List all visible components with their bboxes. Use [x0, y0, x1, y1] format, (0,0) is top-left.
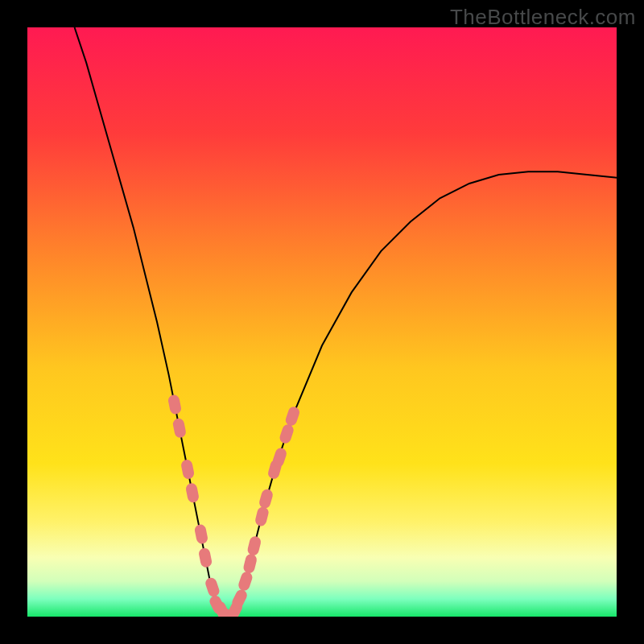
watermark-text: TheBottleneck.com	[450, 5, 636, 30]
chart-plot	[27, 27, 617, 617]
gradient-background	[27, 27, 617, 617]
outer-frame: TheBottleneck.com	[0, 0, 644, 644]
